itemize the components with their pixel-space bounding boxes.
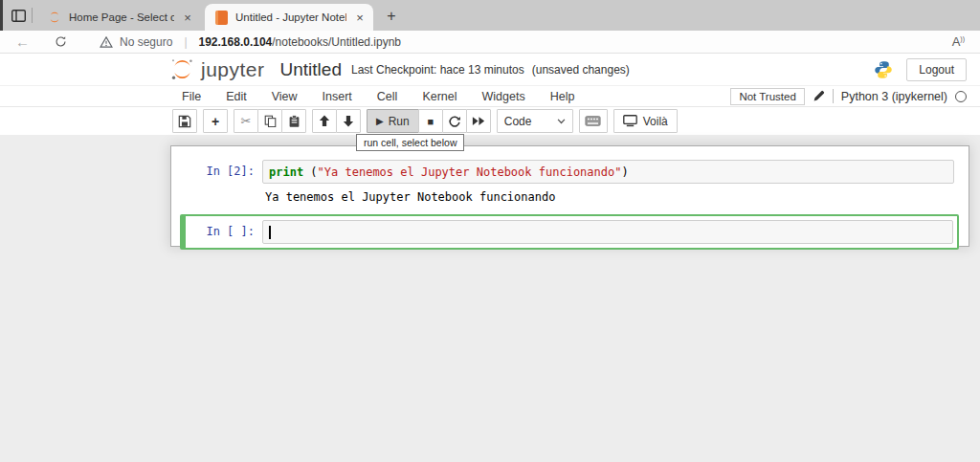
new-tab-button[interactable]: + <box>381 6 402 27</box>
code-cell-selected[interactable]: In [ ]: <box>180 214 959 250</box>
run-label: Run <box>389 115 410 128</box>
copy-icon <box>264 115 277 127</box>
edit-mode-pencil-icon <box>813 90 825 102</box>
menubar-divider <box>833 89 834 103</box>
code-input-area[interactable]: print ("Ya tenemos el Jupyter Notebook f… <box>262 160 954 184</box>
run-button-tooltip: run cell, select below <box>356 134 464 151</box>
move-cell-up-button[interactable] <box>312 109 337 133</box>
checkpoint-status: Last Checkpoint: hace 13 minutos <box>351 63 524 77</box>
cell-type-dropdown[interactable]: Code <box>497 109 573 133</box>
tab-home-page[interactable]: Home Page - Select or create a n × <box>38 4 201 31</box>
unsaved-changes-status: (unsaved changes) <box>532 63 630 77</box>
jupyter-logo-text: jupyter <box>201 58 265 81</box>
read-aloud-icon[interactable]: A)) <box>952 34 965 49</box>
menu-view[interactable]: View <box>272 90 298 103</box>
vertical-tabs-button[interactable] <box>10 8 27 23</box>
menu-edit[interactable]: Edit <box>226 90 247 103</box>
paste-cells-button[interactable] <box>281 109 306 133</box>
restart-icon <box>448 115 461 128</box>
not-trusted-badge[interactable]: Not Trusted <box>730 88 804 105</box>
jupyter-header: jupyter Untitled Last Checkpoint: hace 1… <box>0 54 980 85</box>
jupyter-chrome: jupyter Untitled Last Checkpoint: hace 1… <box>0 54 980 135</box>
kernel-idle-indicator-icon <box>955 91 967 102</box>
menu-insert[interactable]: Insert <box>323 90 352 103</box>
close-tab-icon[interactable]: × <box>180 11 195 25</box>
notebook-file-favicon-icon <box>213 10 229 25</box>
code-cell-executed[interactable]: In [2]: print ("Ya tenemos el Jupyter No… <box>171 160 969 184</box>
insert-cell-below-button[interactable]: + <box>203 109 228 133</box>
jupyter-favicon-icon <box>47 10 62 25</box>
window-edge <box>0 0 3 31</box>
cut-cells-button[interactable]: ✂ <box>234 109 258 133</box>
titlebar-divider <box>32 8 33 23</box>
save-button[interactable] <box>172 109 197 133</box>
input-prompt: In [ ]: <box>186 220 262 244</box>
text-cursor <box>269 226 271 239</box>
restart-kernel-button[interactable] <box>442 109 467 133</box>
cell-output: Ya tenemos el Jupyter Notebook funcionan… <box>171 184 969 212</box>
input-prompt: In [2]: <box>171 160 262 184</box>
keyboard-icon <box>585 116 601 126</box>
jupyter-toolbar: + ✂ <box>0 107 980 135</box>
monitor-icon <box>623 115 637 127</box>
vertical-tabs-icon <box>11 10 26 22</box>
move-cell-down-button[interactable] <box>336 109 361 133</box>
jupyter-menubar: File Edit View Insert Cell Kernel Widget… <box>0 85 980 107</box>
logout-button[interactable]: Logout <box>906 58 967 81</box>
tab-untitled-notebook[interactable]: Untitled - Jupyter Notebook × <box>205 4 373 31</box>
save-icon <box>178 115 191 128</box>
restart-run-all-button[interactable] <box>466 109 491 133</box>
arrow-down-icon <box>343 115 354 127</box>
code-input-area[interactable] <box>262 220 953 244</box>
tab-title: Untitled - Jupyter Notebook <box>235 11 346 23</box>
cell-type-value: Code <box>504 115 532 128</box>
code-keyword: print <box>269 165 303 179</box>
copy-cells-button[interactable] <box>257 109 282 133</box>
jupyter-logo-icon <box>170 57 194 81</box>
browser-addressbar: ← No seguro | 192.168.0.104/notebooks/Un… <box>0 31 980 54</box>
not-secure-warning-icon <box>100 36 113 48</box>
run-button[interactable]: ▶ Run <box>367 109 419 133</box>
chevron-down-icon <box>557 119 566 124</box>
run-icon: ▶ <box>376 116 384 126</box>
notebook-container: In [2]: print ("Ya tenemos el Jupyter No… <box>170 145 969 247</box>
url-path: /notebooks/Untitled.ipynb <box>272 35 401 49</box>
browser-titlebar: Home Page - Select or create a n × Untit… <box>0 0 980 31</box>
close-tab-icon[interactable]: × <box>352 11 368 25</box>
arrow-up-icon <box>319 115 330 127</box>
jupyter-logo[interactable]: jupyter <box>170 57 265 81</box>
notebook-title[interactable]: Untitled <box>280 59 342 80</box>
url-domain: 192.168.0.104 <box>199 35 273 49</box>
fast-forward-icon <box>472 116 485 126</box>
code-string: "Ya tenemos el Jupyter Notebook funciona… <box>318 165 622 179</box>
python-logo-icon <box>874 60 893 79</box>
menu-file[interactable]: File <box>182 90 201 103</box>
back-button[interactable]: ← <box>15 33 30 50</box>
interrupt-kernel-button[interactable]: ■ <box>418 109 443 133</box>
menu-help[interactable]: Help <box>550 90 575 103</box>
tab-title: Home Page - Select or create a n <box>69 11 174 23</box>
url-separator: | <box>184 35 187 49</box>
menu-cell[interactable]: Cell <box>377 90 398 103</box>
url-bar[interactable]: No seguro | 192.168.0.104/notebooks/Unti… <box>100 35 401 49</box>
browser-window: Home Page - Select or create a n × Untit… <box>0 0 980 462</box>
command-palette-button[interactable] <box>579 109 608 133</box>
kernel-name-label[interactable]: Python 3 (ipykernel) <box>841 90 947 103</box>
not-secure-label: No seguro <box>120 35 172 49</box>
refresh-button[interactable] <box>55 35 67 48</box>
menu-kernel[interactable]: Kernel <box>422 90 457 103</box>
paste-icon <box>288 115 301 128</box>
voila-button[interactable]: Voilà <box>613 109 678 133</box>
jupyter-page: jupyter Untitled Last Checkpoint: hace 1… <box>0 54 980 462</box>
code-text: ( <box>303 165 317 179</box>
code-text: ) <box>621 165 628 179</box>
menu-widgets[interactable]: Widgets <box>482 90 525 103</box>
voila-label: Voilà <box>643 115 668 128</box>
